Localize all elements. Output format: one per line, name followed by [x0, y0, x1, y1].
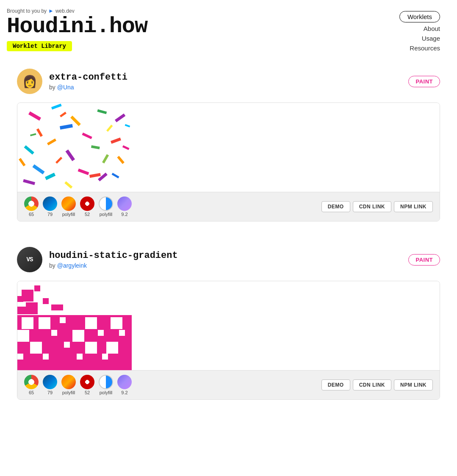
card-body-1: 1 .demo { 2 --extra-confettiNumber: [17, 102, 440, 221]
svg-rect-57 [17, 296, 23, 302]
safari-icon-1 [99, 196, 113, 211]
svg-rect-9 [24, 145, 34, 155]
code-line-2-4: 4 --static-gradient-size: [440, 333, 440, 354]
svg-rect-40 [72, 330, 84, 342]
svg-rect-36 [85, 317, 97, 329]
svg-rect-43 [30, 342, 42, 354]
browser-item-opera-1: 52 [80, 196, 94, 217]
paint-badge-2: PAINT [408, 254, 440, 266]
nav-usage[interactable]: Usage [422, 35, 440, 42]
browser-item-chrome-2: 65 [24, 375, 39, 395]
edge-label-1: 79 [47, 212, 53, 217]
svg-rect-23 [112, 173, 119, 178]
code-line-2-1: 1 .demo { [440, 285, 440, 298]
browser-item-firefox-1: polyfill [61, 196, 76, 217]
svg-rect-10 [47, 138, 56, 145]
svg-rect-16 [78, 169, 89, 175]
card-author-info-2: VS houdini-static-gradient by @argyleink [17, 247, 178, 272]
chrome-label-1: 65 [29, 212, 34, 217]
safari-label-2: polyfill [100, 390, 113, 395]
code-line-2-6: 6 } [440, 368, 440, 381]
svg-rect-22 [89, 173, 101, 177]
browser-item-edge-2: 79 [43, 375, 57, 395]
svg-rect-24 [30, 133, 36, 136]
svg-rect-13 [111, 138, 121, 144]
npm-link-button-1[interactable]: NPM LINK [394, 201, 433, 212]
opera-label-1: 52 [85, 212, 90, 217]
code-line-1-4: 4 --extra-confettiWeightVariance: [440, 147, 440, 161]
card-footer-1: 65 79 polyfill 52 [17, 192, 440, 221]
action-buttons-2: DEMO CDN LINK NPM LINK [321, 379, 433, 390]
chrome-label-2: 65 [29, 390, 34, 395]
opera-icon-1 [80, 196, 94, 211]
browser-item-opera-2: 52 [80, 375, 94, 395]
cdn-link-button-2[interactable]: CDN LINK [353, 379, 391, 390]
svg-rect-39 [51, 330, 57, 336]
code-pane-1: 1 .demo { 2 --extra-confettiNumber: [440, 103, 440, 192]
author-link-2[interactable]: @argyleink [57, 262, 87, 269]
svg-rect-0 [28, 111, 41, 121]
svg-rect-35 [60, 317, 66, 323]
author-link-1[interactable]: @Una [57, 84, 74, 91]
svg-rect-21 [64, 181, 72, 188]
svg-rect-15 [55, 157, 62, 163]
code-line-2-3: 3 --static-gradient-color: [440, 319, 440, 333]
card-author-1: by @Una [49, 84, 127, 91]
cdn-link-button-1[interactable]: CDN LINK [353, 201, 391, 212]
static-gradient-svg [17, 281, 132, 370]
avatar-2: VS [17, 247, 42, 272]
edge-icon-1 [43, 196, 57, 211]
svg-rect-34 [39, 317, 50, 329]
svg-rect-3 [97, 109, 107, 114]
demo-button-1[interactable]: DEMO [321, 201, 350, 212]
main-nav: Worklets About Usage Resources [399, 8, 440, 52]
card-extra-confetti: 👩 extra-confetti by @Una PAINT [17, 69, 440, 221]
nav-worklets[interactable]: Worklets [399, 11, 440, 22]
svg-rect-44 [64, 342, 70, 348]
action-buttons-1: DEMO CDN LINK NPM LINK [321, 201, 433, 212]
nav-about[interactable]: About [424, 25, 440, 32]
demo-button-2[interactable]: DEMO [321, 379, 350, 390]
arc-icon-1 [117, 196, 132, 211]
npm-link-button-2[interactable]: NPM LINK [394, 379, 433, 390]
svg-rect-51 [26, 302, 38, 314]
arc-icon-2 [117, 375, 132, 389]
card-author-2: by @argyleink [49, 262, 178, 269]
svg-rect-26 [19, 158, 25, 166]
edge-label-2: 79 [47, 390, 53, 395]
card-body-2: 1 .demo { 2 --static-gradient-direction:… [17, 281, 440, 400]
brought-label: Brought to you by [7, 8, 47, 14]
confetti-svg [17, 103, 132, 192]
firefox-label-2: polyfill [62, 390, 75, 395]
chrome-icon-1 [24, 196, 39, 211]
svg-rect-49 [77, 354, 83, 360]
code-line-2-5: 5 background: paint(static-gradient) [440, 354, 440, 368]
svg-rect-45 [85, 342, 97, 354]
code-line-1-1: 1 .demo { [440, 107, 440, 120]
svg-rect-47 [17, 354, 23, 360]
browser-item-firefox-2: polyfill [61, 375, 76, 395]
webdev-icon: ► [48, 8, 54, 14]
card-header-2: VS houdini-static-gradient by @argyleink… [17, 247, 440, 272]
code-line-1-6: 6 } [440, 174, 440, 187]
firefox-icon-1 [61, 196, 76, 211]
arc-label-2: 9.2 [121, 390, 127, 395]
brought-to-you: Brought to you by ► web.dev [7, 8, 147, 14]
code-line-1-5: 5 background: paint(extra-confetti) [440, 161, 440, 174]
svg-rect-18 [117, 156, 124, 164]
opera-icon-2 [80, 375, 94, 389]
svg-rect-38 [17, 330, 29, 342]
webdev-text: web.dev [55, 8, 75, 14]
card-preview-code-1: 1 .demo { 2 --extra-confettiNumber: [17, 103, 440, 192]
card-meta-1: extra-confetti by @Una [49, 72, 127, 91]
browser-icons-1: 65 79 polyfill 52 [24, 196, 132, 217]
arc-label-1: 9.2 [121, 212, 127, 217]
svg-rect-54 [22, 290, 33, 302]
svg-rect-12 [91, 145, 100, 149]
nav-resources[interactable]: Resources [410, 44, 440, 52]
svg-rect-52 [17, 307, 26, 314]
svg-rect-29 [60, 112, 66, 117]
browser-item-arc-2: 9.2 [117, 375, 132, 395]
svg-rect-1 [51, 104, 62, 110]
card-title-1: extra-confetti [49, 72, 127, 83]
